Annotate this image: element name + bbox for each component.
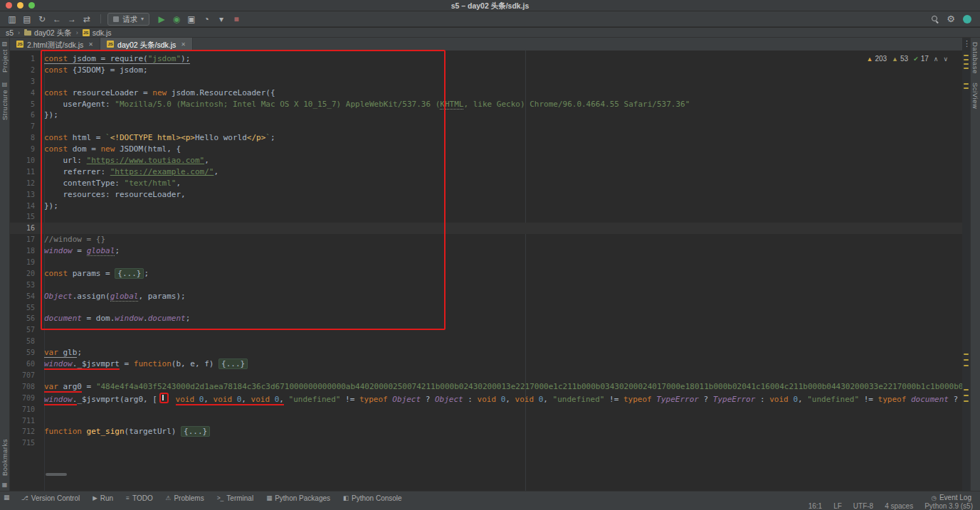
error-stripe[interactable] <box>962 38 970 491</box>
code-line[interactable]: 8const html = `<!DOCTYPE html><p>Hello w… <box>10 132 962 144</box>
python-console-button[interactable]: ◧Python Console <box>343 494 402 502</box>
stripe-corner-icon[interactable]: ▦ <box>2 482 8 488</box>
line-separator[interactable]: LF <box>833 502 842 510</box>
code-line[interactable]: 15 <box>10 211 962 223</box>
tab-options-icon[interactable]: ⋮ <box>963 39 971 48</box>
next-highlight-icon[interactable]: ∨ <box>943 55 948 63</box>
code-line[interactable]: 16 <box>10 223 962 234</box>
project-tool-button[interactable]: ▧Project <box>1 41 9 73</box>
error-stripe-mark[interactable] <box>964 63 969 65</box>
code-line[interactable]: 53 <box>10 280 962 291</box>
run-button[interactable]: ▶Run <box>93 494 113 502</box>
run-icon[interactable]: ▶ <box>155 12 168 26</box>
error-stripe-mark[interactable] <box>964 354 969 355</box>
editor-tab[interactable]: JS2.html测试/sdk.js✕ <box>10 38 100 51</box>
terminal-button[interactable]: >_Terminal <box>217 494 254 502</box>
code-line[interactable]: 58 <box>10 336 962 347</box>
code-line[interactable]: 4const resourceLoader = new jsdom.Resour… <box>10 87 962 99</box>
event-log-button[interactable]: ◷ Event Log <box>932 494 971 501</box>
structure-tool-button[interactable]: ▤Structure <box>1 81 9 120</box>
stop-icon[interactable]: ■ <box>230 12 243 26</box>
code-line[interactable]: 18window = global; <box>10 245 962 257</box>
tab-close-icon[interactable]: ✕ <box>88 41 93 48</box>
code-line[interactable]: 2const {JSDOM} = jsdom; <box>10 65 962 76</box>
code-line[interactable]: 17//window = {} <box>10 234 962 245</box>
python-interpreter[interactable]: Python 3.9 (s5) <box>924 502 973 510</box>
code-line[interactable]: 6}); <box>10 110 962 121</box>
code-line[interactable]: 57 <box>10 324 962 336</box>
code-line[interactable]: 708var arg0 = "484e4f4a403f5243000d2d1ae… <box>10 381 962 393</box>
save-all-icon[interactable]: ▤ <box>21 12 33 26</box>
search-icon[interactable] <box>932 16 939 23</box>
code-line[interactable]: 14}); <box>10 201 962 212</box>
code-line[interactable]: 12 contentType: "text/html", <box>10 178 962 189</box>
code-line[interactable]: 711 <box>10 415 962 427</box>
weak-warnings-indicator[interactable]: ▲53 <box>892 55 908 63</box>
zoom-button[interactable] <box>28 2 35 9</box>
error-stripe-mark[interactable] <box>964 395 969 396</box>
error-stripe-mark[interactable] <box>964 400 969 402</box>
code-line[interactable]: 712function get_sign(targetUrl) {...} <box>10 426 962 437</box>
database-tool-button[interactable]: Database <box>971 42 979 74</box>
prev-highlight-icon[interactable]: ∧ <box>934 55 939 63</box>
code-line[interactable]: 707 <box>10 370 962 381</box>
breadcrumb-project[interactable]: s5 <box>6 28 14 37</box>
error-stripe-mark[interactable] <box>964 389 969 391</box>
error-stripe-mark[interactable] <box>964 83 969 85</box>
warnings-indicator[interactable]: ▲203 <box>866 55 887 63</box>
error-stripe-mark[interactable] <box>964 87 969 89</box>
breadcrumb-folder[interactable]: day02 头条 <box>24 27 72 38</box>
code-line[interactable]: 1const jsdom = require("jsdom"); <box>10 53 962 65</box>
code-line[interactable]: 55 <box>10 302 962 314</box>
code-line[interactable]: 59var glb; <box>10 347 962 358</box>
code-line[interactable]: 709window._$jsvmprt(arg0, [ void 0, void… <box>10 393 962 404</box>
code-line[interactable]: 10 url: "https://www.toutiao.com", <box>10 155 962 166</box>
code-line[interactable]: 7 <box>10 121 962 132</box>
code-line[interactable]: 5 userAgent: "Mozilla/5.0 (Macintosh; In… <box>10 99 962 110</box>
code-line[interactable]: 710 <box>10 404 962 415</box>
bookmarks-tool-button[interactable]: Bookmarks <box>1 439 9 476</box>
code-line[interactable]: 56document = dom.window.document; <box>10 313 962 324</box>
passed-indicator[interactable]: ✔17 <box>913 55 929 63</box>
gear-icon[interactable]: ⚙ <box>947 14 955 23</box>
back-icon[interactable]: ← <box>51 12 63 26</box>
todo-button[interactable]: ≡TODO <box>126 494 153 502</box>
code-line[interactable]: 13 resources: resourceLoader, <box>10 189 962 201</box>
forward-icon[interactable]: → <box>65 12 78 26</box>
caret-position[interactable]: 16:1 <box>808 502 822 510</box>
code-line[interactable]: 54Object.assign(global, params); <box>10 291 962 302</box>
code-line[interactable]: 9const dom = new JSDOM(html, { <box>10 144 962 155</box>
code-line[interactable]: 715 <box>10 437 962 449</box>
debug-icon[interactable]: ◉ <box>170 12 183 26</box>
error-stripe-mark[interactable] <box>964 359 969 361</box>
vcs-update-icon[interactable]: ⇄ <box>80 12 93 26</box>
python-packages-button[interactable]: ▦Python Packages <box>266 494 330 502</box>
code-with-me-avatar[interactable] <box>963 15 971 23</box>
code-line[interactable]: 60window._$jsvmprt = function(b, e, f) {… <box>10 358 962 370</box>
sciview-tool-button[interactable]: SciView <box>971 83 979 109</box>
error-stripe-mark[interactable] <box>964 55 969 56</box>
file-encoding[interactable]: UTF-8 <box>853 502 873 510</box>
horizontal-scrollbar[interactable] <box>46 473 67 476</box>
editor-tab[interactable]: JSday02 头条/sdk.js✕ <box>100 38 193 51</box>
run-configuration-select[interactable]: 请求 ▾ <box>107 13 149 26</box>
close-button[interactable] <box>6 2 12 9</box>
code-line[interactable]: 19 <box>10 257 962 268</box>
problems-button[interactable]: ⚠Problems <box>166 494 204 502</box>
version-control-button[interactable]: ⎇Version Control <box>21 494 80 502</box>
code-line[interactable]: 3 <box>10 76 962 87</box>
code-line[interactable]: 20const params = {...}; <box>10 268 962 280</box>
profiler-icon[interactable]: ◔ <box>200 12 213 26</box>
inspections-widget[interactable]: ▲203▲53✔17∧∨ <box>866 55 948 63</box>
coverage-icon[interactable]: ▣ <box>185 12 198 26</box>
profiler-chevron-icon[interactable]: ▾ <box>215 12 228 26</box>
error-stripe-mark[interactable] <box>964 68 969 69</box>
breadcrumb-file[interactable]: JSsdk.js <box>83 28 112 37</box>
error-stripe-mark[interactable] <box>964 59 969 60</box>
open-project-icon[interactable]: ▥ <box>6 12 19 26</box>
tool-window-switcher-icon[interactable]: ▦ <box>4 494 10 501</box>
minimize-button[interactable] <box>17 2 23 9</box>
sync-reload-icon[interactable]: ↻ <box>36 12 48 26</box>
error-stripe-mark[interactable] <box>964 365 969 366</box>
tab-close-icon[interactable]: ✕ <box>181 41 186 48</box>
